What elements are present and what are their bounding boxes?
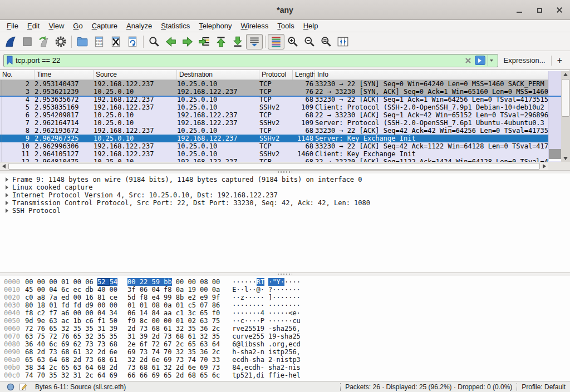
filter-dropdown-icon[interactable] bbox=[488, 55, 495, 66]
hex-bytes[interactable]: 72 76 65 32 35 35 31 39 bbox=[25, 325, 117, 333]
hex-row[interactable]: 0040f8 c2 f7 a6 00 00 04 3406 14 84 aa c… bbox=[0, 309, 570, 317]
toolbar-button-resize-columns-icon[interactable] bbox=[335, 34, 351, 49]
hex-ascii[interactable]: ·"Y····· bbox=[268, 278, 301, 286]
toolbar-button-start-capture-icon[interactable] bbox=[2, 34, 19, 49]
hex-bytes[interactable]: 45 00 04 6c ec db 40 00 bbox=[25, 286, 117, 294]
menu-item-statistics[interactable]: Statistics bbox=[156, 21, 194, 31]
status-profile[interactable]: Profile: Default bbox=[522, 383, 566, 391]
hex-ascii[interactable]: ··z····· bbox=[232, 294, 264, 301]
toolbar-button-reload-file-icon[interactable] bbox=[124, 34, 141, 49]
hex-bytes[interactable]: 36 40 6c 69 62 73 73 68 bbox=[25, 340, 117, 348]
packet-list-minimap[interactable] bbox=[548, 71, 561, 161]
hex-ascii[interactable]: sha2-nis bbox=[268, 364, 301, 371]
hex-bytes[interactable]: 68 2d 73 68 61 32 2d 6e bbox=[25, 348, 117, 356]
toolbar-button-go-first-icon[interactable] bbox=[213, 34, 229, 49]
hex-bytes[interactable]: 74 70 35 32 31 2c 64 69 bbox=[25, 371, 117, 379]
packet-row[interactable]: 102.962996306192.168.122.23710.25.0.10TC… bbox=[0, 142, 570, 150]
col-header-no[interactable]: No. bbox=[0, 70, 35, 80]
scrollbar-up-arrow[interactable] bbox=[561, 71, 570, 78]
detail-line[interactable]: Linux cooked capture bbox=[0, 183, 570, 191]
packet-row[interactable]: 42.953635672192.168.122.23710.25.0.10TCP… bbox=[0, 96, 570, 103]
hex-bytes[interactable]: 66 66 69 65 2d 68 65 6c bbox=[127, 371, 220, 379]
hex-ascii[interactable]: ······cu bbox=[268, 317, 301, 325]
expert-info-icon[interactable] bbox=[7, 383, 14, 391]
hex-row[interactable]: 008036 40 6c 69 62 73 73 682e 6f 72 67 2… bbox=[0, 340, 570, 348]
hex-ascii[interactable]: istp256, bbox=[268, 348, 301, 356]
hex-bytes[interactable]: f8 c2 f7 a6 00 00 04 34 bbox=[25, 309, 117, 317]
filter-apply-icon[interactable] bbox=[475, 56, 485, 65]
hex-row[interactable]: 006072 76 65 32 35 35 31 392d 73 68 61 3… bbox=[0, 325, 570, 333]
packet-row[interactable]: 92.96296732510.25.0.10192.168.122.237SSH… bbox=[0, 135, 570, 142]
packet-row[interactable]: 32.95362123910.25.0.10192.168.122.237TCP… bbox=[0, 88, 570, 96]
hex-ascii[interactable]: curve255 bbox=[232, 333, 264, 340]
hex-row[interactable]: 003080 18 01 fd fd d9 00 0001 01 08 0a 0… bbox=[0, 301, 570, 309]
hex-row[interactable]: 000000 00 00 01 00 06 52 5400 22 59 bb 0… bbox=[0, 278, 570, 286]
col-header-protocol[interactable]: Protocol bbox=[259, 70, 293, 80]
hex-bytes[interactable]: 63 75 72 76 65 32 35 35 bbox=[25, 333, 117, 340]
menu-item-help[interactable]: Help bbox=[299, 21, 323, 31]
hex-ascii[interactable]: ecdh-sha bbox=[232, 356, 264, 364]
menu-item-tools[interactable]: Tools bbox=[273, 21, 298, 31]
hex-row[interactable]: 00509d 9e 63 ac 1b c6 f1 50f9 8c 00 00 0… bbox=[0, 317, 570, 325]
hex-bytes[interactable]: 2e 6f 72 67 2c 65 63 64 bbox=[127, 340, 220, 348]
hex-ascii[interactable]: ·····<e· bbox=[268, 309, 301, 317]
toolbar-button-save-file-icon[interactable]: 01010110 bbox=[91, 34, 107, 49]
scrollbar-right-arrow[interactable] bbox=[540, 162, 548, 170]
toolbar-button-go-last-icon[interactable] bbox=[229, 34, 246, 49]
capture-comment-icon[interactable] bbox=[19, 383, 27, 391]
menu-item-wireless[interactable]: Wireless bbox=[237, 21, 273, 31]
toolbar-button-close-file-icon[interactable] bbox=[107, 34, 124, 49]
hex-ascii[interactable]: ········ bbox=[232, 301, 264, 309]
col-header-time[interactable]: Time bbox=[35, 70, 94, 80]
scrollbar-left-arrow[interactable] bbox=[0, 162, 8, 170]
hex-row[interactable]: 00c074 70 35 32 31 2c 64 6966 66 69 65 2… bbox=[0, 371, 570, 379]
expand-arrow-icon[interactable] bbox=[6, 177, 8, 182]
expand-arrow-icon[interactable] bbox=[6, 201, 8, 205]
display-filter-input[interactable] bbox=[16, 56, 461, 64]
packet-list-hscrollbar[interactable] bbox=[0, 162, 548, 170]
add-filter-button[interactable]: + bbox=[551, 56, 567, 66]
hex-ascii[interactable]: ]······· bbox=[268, 294, 301, 301]
col-header-info[interactable]: Info bbox=[315, 70, 570, 80]
col-header-source[interactable]: Source bbox=[94, 70, 177, 80]
hex-bytes[interactable]: 69 73 74 70 32 35 36 2c bbox=[127, 348, 220, 356]
packet-row[interactable]: 82.962193672192.168.122.23710.25.0.10TCP… bbox=[0, 127, 570, 135]
toolbar-button-find-packet-icon[interactable] bbox=[146, 34, 163, 49]
packet-row[interactable]: 112.964105127192.168.122.23710.25.0.10SS… bbox=[0, 150, 570, 158]
hex-row[interactable]: 00b038 34 2c 65 63 64 68 2d73 68 61 32 2… bbox=[0, 364, 570, 371]
toolbar-button-zoom-reset-icon[interactable] bbox=[318, 34, 335, 49]
hex-row[interactable]: 009068 2d 73 68 61 32 2d 6e69 73 74 70 3… bbox=[0, 348, 570, 356]
hscrollbar-thumb[interactable] bbox=[8, 163, 540, 170]
hex-ascii[interactable]: 2-nistp3 bbox=[268, 356, 301, 364]
hex-ascii[interactable]: tp521,di bbox=[232, 371, 264, 379]
hex-ascii[interactable]: rve25519 bbox=[232, 325, 264, 333]
detail-line[interactable]: Frame 9: 1148 bytes on wire (9184 bits),… bbox=[0, 176, 570, 183]
hex-bytes[interactable]: 38 34 2c 65 63 64 68 2d bbox=[25, 364, 117, 371]
hex-bytes[interactable]: 2d 73 68 61 32 35 36 2c bbox=[127, 325, 220, 333]
hex-ascii[interactable]: 6@libssh bbox=[232, 340, 264, 348]
hex-ascii[interactable]: .org,ecd bbox=[268, 340, 301, 348]
packet-row[interactable]: 52.953835169192.168.122.23710.25.0.10SSH… bbox=[0, 103, 570, 111]
toolbar-button-go-to-packet-icon[interactable] bbox=[196, 34, 213, 49]
hex-bytes[interactable]: 65 63 64 68 2d 73 68 61 bbox=[25, 356, 117, 364]
hex-bytes[interactable]: 3f 06 04 f8 0a 19 00 0a bbox=[127, 286, 220, 294]
packet-list-vscrollbar[interactable] bbox=[561, 71, 570, 162]
expression-button[interactable]: Expression... bbox=[502, 56, 548, 64]
scrollbar-down-arrow[interactable] bbox=[561, 155, 570, 162]
toolbar-button-zoom-in-icon[interactable] bbox=[284, 34, 301, 49]
toolbar-button-auto-scroll-icon[interactable] bbox=[246, 34, 263, 49]
hex-ascii[interactable]: h-sha2-n bbox=[232, 348, 264, 356]
hex-row[interactable]: 001045 00 04 6c ec db 40 003f 06 04 f8 0… bbox=[0, 286, 570, 294]
expand-arrow-icon[interactable] bbox=[6, 193, 8, 197]
menu-item-telephony[interactable]: Telephony bbox=[194, 21, 236, 31]
hex-row[interactable]: 007063 75 72 76 65 32 35 3531 39 2d 73 6… bbox=[0, 333, 570, 340]
detail-line[interactable]: Internet Protocol Version 4, Src: 10.25.… bbox=[0, 191, 570, 199]
hex-row[interactable]: 00a065 63 64 68 2d 73 68 6132 2d 6e 69 7… bbox=[0, 356, 570, 364]
bookmark-icon[interactable] bbox=[6, 56, 13, 65]
detail-line[interactable]: Transmission Control Protocol, Src Port:… bbox=[0, 199, 570, 207]
hex-bytes[interactable]: 31 39 2d 73 68 61 32 35 bbox=[127, 333, 220, 340]
hex-bytes[interactable]: 01 01 08 0a 01 c5 07 86 bbox=[127, 301, 220, 309]
toolbar-button-go-back-icon[interactable] bbox=[163, 34, 179, 49]
col-header-length[interactable]: Length bbox=[293, 70, 315, 80]
col-header-destination[interactable]: Destination bbox=[177, 70, 259, 80]
